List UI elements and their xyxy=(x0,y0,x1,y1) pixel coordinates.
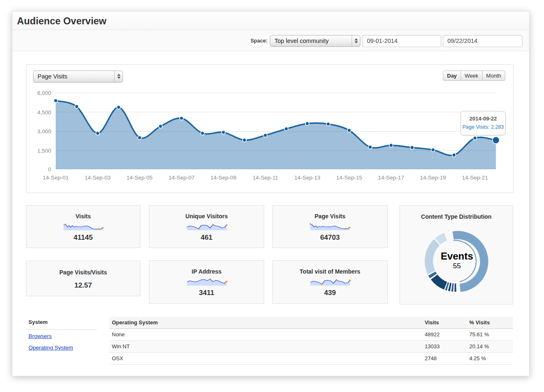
svg-text:14-Sep-17: 14-Sep-17 xyxy=(378,175,404,181)
svg-text:4,500: 4,500 xyxy=(37,109,51,116)
svg-text:14-Sep-15: 14-Sep-15 xyxy=(336,175,362,181)
svg-text:Events: Events xyxy=(441,250,473,262)
svg-text:0: 0 xyxy=(48,166,51,172)
svg-text:3,000: 3,000 xyxy=(37,128,51,135)
svg-text:14-Sep-07: 14-Sep-07 xyxy=(168,175,194,181)
svg-text:14-Sep-19: 14-Sep-19 xyxy=(420,175,446,181)
svg-text:14-Sep-11: 14-Sep-11 xyxy=(253,175,278,181)
svg-text:14-Sep-21: 14-Sep-21 xyxy=(462,175,488,181)
svg-text:1,500: 1,500 xyxy=(37,148,51,154)
svg-text:6,000: 6,000 xyxy=(37,90,51,96)
svg-text:55: 55 xyxy=(453,262,461,270)
svg-text:14-Sep-09: 14-Sep-09 xyxy=(211,175,237,181)
svg-text:14-Sep-13: 14-Sep-13 xyxy=(294,175,320,181)
svg-text:14-Sep-03: 14-Sep-03 xyxy=(85,175,111,181)
svg-text:14-Sep-01: 14-Sep-01 xyxy=(43,175,69,181)
svg-text:14-Sep-05: 14-Sep-05 xyxy=(127,175,153,181)
